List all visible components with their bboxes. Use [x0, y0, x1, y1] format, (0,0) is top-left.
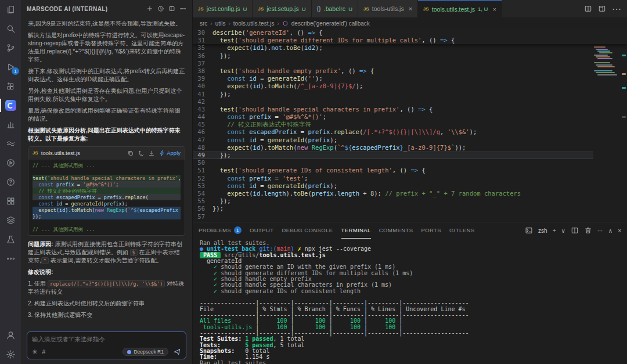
card-filename: tools.utils.test.js [41, 149, 124, 157]
chat-input-placeholder: 输入消息或者"/"来选择指令 [32, 336, 181, 345]
activity-item-source-control[interactable] [0, 38, 21, 57]
shell-label[interactable]: zsh [538, 228, 547, 234]
activity-item-run-circle[interactable] [0, 153, 21, 172]
activity-item-explorer[interactable] [0, 0, 21, 19]
copy-icon[interactable] [127, 150, 134, 157]
activity-item-more[interactable] [0, 249, 21, 268]
ruler-mark [622, 87, 626, 89]
editor-line: 38 test('should handle empty prefix', ()… [193, 67, 593, 75]
more-actions-icon[interactable]: ⋯ [612, 3, 621, 15]
extensions-icon [6, 81, 16, 91]
chat-input[interactable]: 输入消息或者"/"来选择指令 ✳ # Deepseek R1 [27, 331, 186, 359]
tab-close-icon[interactable]: × [409, 5, 412, 12]
chat-paragraph: 1. 使用 replace(/[.*+?^$(){}|[\]\\]/g, '\\… [28, 280, 185, 296]
terminal-output[interactable]: Ran all test suites.● unit-test_back git… [193, 239, 627, 364]
tab-tools-utils.js[interactable]: JStools-utils.js× [358, 0, 418, 17]
breadcrumb-symbol[interactable]: describe('generateId') callback [291, 20, 370, 27]
card-code-line: const escapedPrefix = prefix.replace( [33, 194, 181, 200]
tab-label: .babelrc [324, 5, 345, 12]
editor-line: 46 const escapedPrefix = prefix.replace(… [193, 128, 593, 136]
apply-button[interactable]: Apply [158, 149, 181, 157]
ruler-mark [622, 116, 626, 118]
activity-item-layers[interactable] [0, 211, 21, 230]
tab-tools.utils.test.js[interactable]: JStools.utils.test.js1, U× [418, 0, 502, 17]
tabs-list: JSjest.config.jsUJSjest.setup.jsU{}.babe… [193, 0, 502, 17]
activity-bar: 1 [0, 0, 21, 364]
breadcrumb-item[interactable]: utils [215, 20, 226, 27]
split-editor-icon[interactable] [584, 5, 592, 13]
minimap-line [597, 66, 615, 67]
insert-icon[interactable] [148, 150, 155, 157]
activity-item-marscode-ai[interactable] [0, 96, 21, 115]
panel-tab-label: DEBUG CONSOLE [282, 227, 333, 233]
send-button[interactable] [173, 348, 181, 356]
more-icon[interactable] [179, 5, 186, 12]
code-editor[interactable]: 30describe('generateId', () => {31 test(… [193, 29, 627, 222]
activity-item-search[interactable] [0, 19, 21, 38]
editor-code[interactable]: 35 expect(id1).not.toBe(id2);36 });37 38… [193, 44, 593, 220]
activity-item-settings-gear[interactable] [0, 345, 21, 364]
activity-item-help[interactable] [0, 172, 21, 192]
panel-tab-problems[interactable]: PROBLEMS1 [199, 222, 242, 239]
context-hash-icon[interactable]: # [42, 348, 45, 355]
card-code-line: }); [33, 213, 181, 219]
panel-title: MARSCODE AI (INTERNAL) [27, 6, 142, 12]
activity-item-beaker[interactable] [0, 230, 21, 249]
config-file-icon: {} [317, 6, 321, 12]
maximize-panel-icon[interactable]: ∧ [608, 228, 612, 234]
activity-item-waves[interactable] [0, 134, 21, 153]
editor-tab-bar: JSjest.config.jsUJSjest.setup.jsU{}.babe… [193, 0, 627, 17]
panel-tab-comments[interactable]: COMMENTS [379, 222, 413, 239]
skills-icon[interactable]: ✳ [32, 348, 37, 356]
panel-tab-output[interactable]: OUTPUT [250, 222, 273, 239]
breadcrumb[interactable]: src›utils›tools.utils.test.js›describe('… [193, 17, 627, 29]
history-icon[interactable] [157, 5, 164, 12]
breadcrumb-separator: › [228, 20, 230, 27]
activity-item-grid[interactable] [0, 192, 21, 211]
breadcrumb-item[interactable]: tools.utils.test.js [233, 20, 275, 27]
editor-line: 51 test('should generate IDs of consiste… [193, 167, 593, 174]
more-icon [6, 254, 16, 264]
editor-line: 49 }); [193, 152, 593, 159]
panel-more-icon[interactable]: ⋯ [597, 228, 603, 234]
breadcrumb-item[interactable]: src [200, 20, 207, 27]
activity-item-chart[interactable] [0, 115, 21, 134]
activity-item-account[interactable] [0, 326, 21, 345]
panel-tab-terminal[interactable]: TERMINAL [341, 222, 371, 239]
editor-group: JSjest.config.jsUJSjest.setup.jsU{}.babe… [193, 0, 627, 364]
tab-jest.config.js[interactable]: JSjest.config.jsU [193, 0, 253, 17]
code-suggestion-card: JS tools.utils.test.js Apply // ... 其他测试… [28, 146, 185, 236]
chat-paragraph: 根据测试失败原因分析,问题出在正则表达式中的特殊字符未转义。以下是修复方案: [28, 127, 185, 143]
chart-icon [6, 120, 16, 129]
tab-jest.setup.js[interactable]: JSjest.setup.jsU [253, 0, 311, 17]
activity-item-extensions[interactable] [0, 77, 21, 96]
panel-tab-gitlens[interactable]: GITLENS [449, 222, 474, 239]
chat-paragraph: 接下来,修改测试用例中的正则表达式,将prefix转义后再构建正则表达式。这样生… [28, 67, 185, 84]
chat-paragraph: 问题原因: 原测试用例直接使用包含正则特殊字符的字符串创建正则表达式,导致匹配规… [28, 240, 185, 265]
kill-terminal-icon[interactable] [584, 226, 592, 235]
editor-layout-icon[interactable] [598, 5, 606, 13]
minimap-line [594, 55, 608, 56]
new-chat-icon[interactable] [146, 5, 153, 12]
panel-tab-bar: PROBLEMS1OUTPUTDEBUG CONSOLETERMINALCOMM… [193, 222, 627, 239]
account-icon [6, 330, 16, 340]
tab-close-icon[interactable]: × [492, 6, 496, 13]
close-panel-icon[interactable]: × [618, 228, 621, 234]
terminal-dropdown-icon[interactable]: ∨ [561, 228, 565, 234]
sticky-scroll: 30describe('generateId', () => {31 test(… [193, 29, 627, 44]
symbol-icon [282, 20, 289, 27]
tab-.babelrc[interactable]: {}.babelrcU [312, 0, 358, 17]
marscode-ai-panel: MARSCODE AI (INTERNAL) 来,因为9是正则的结束符,这显然不… [21, 0, 193, 364]
grid-icon [6, 196, 16, 206]
tab-status-suffix: U [243, 6, 247, 12]
panel-tab-debug-console[interactable]: DEBUG CONSOLE [282, 222, 333, 239]
new-terminal-icon[interactable]: + [553, 228, 556, 234]
model-selector[interactable]: Deepseek R1 [122, 348, 168, 356]
panel-tab-label: GITLENS [449, 227, 474, 233]
activity-item-run-debug[interactable]: 1 [0, 57, 21, 77]
diff-icon[interactable] [138, 150, 145, 157]
open-in-editor-icon[interactable] [168, 5, 175, 12]
panel-tab-ports[interactable]: PORTS [421, 222, 441, 239]
split-terminal-icon[interactable] [571, 226, 579, 235]
code-card-body: // ... 其他测试用例 ... test('should handle sp… [28, 160, 185, 235]
